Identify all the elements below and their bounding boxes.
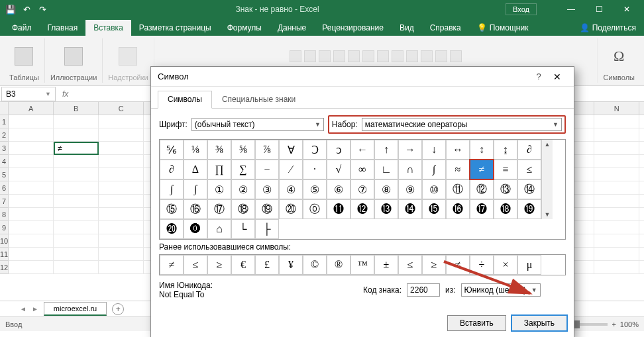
symbol-cell[interactable]: ⑭ bbox=[517, 179, 541, 199]
symbol-cell[interactable]: ⑤ bbox=[303, 179, 327, 199]
symbol-cell[interactable]: ⑬ bbox=[494, 179, 517, 199]
cell[interactable] bbox=[594, 221, 639, 234]
cell[interactable] bbox=[9, 142, 54, 155]
cell[interactable] bbox=[99, 168, 144, 181]
maximize-button[interactable]: ☐ bbox=[586, 1, 612, 18]
symbol-cell[interactable]: ∂ bbox=[160, 160, 184, 179]
cell[interactable] bbox=[99, 115, 144, 128]
cell[interactable] bbox=[594, 195, 639, 208]
cell[interactable] bbox=[594, 208, 639, 221]
symbol-cell[interactable]: ③ bbox=[255, 179, 279, 199]
symbol-cell[interactable]: ↑ bbox=[374, 140, 398, 160]
symbol-cell[interactable]: ∂ bbox=[517, 140, 541, 160]
recent-symbol-cell[interactable]: ™ bbox=[350, 255, 374, 275]
cell[interactable] bbox=[54, 128, 99, 142]
cell[interactable] bbox=[99, 248, 144, 261]
symbol-cell[interactable]: ⅜ bbox=[207, 140, 231, 160]
symbol-cell[interactable]: ⓿ bbox=[184, 219, 207, 239]
zoom-in[interactable]: + bbox=[612, 320, 616, 328]
cell[interactable] bbox=[639, 261, 644, 274]
row-header[interactable]: 12 bbox=[0, 261, 9, 274]
zoom-level[interactable]: 100% bbox=[620, 320, 639, 328]
symbol-cell[interactable]: ④ bbox=[279, 179, 303, 199]
row-header[interactable]: 3 bbox=[0, 142, 9, 155]
symbol-cell[interactable]: ⓫ bbox=[327, 199, 350, 219]
cell[interactable] bbox=[594, 168, 639, 181]
recent-symbol-cell[interactable]: ± bbox=[374, 255, 398, 275]
symbol-cell[interactable]: ⑫ bbox=[470, 179, 494, 199]
recent-symbol-cell[interactable]: μ bbox=[517, 255, 541, 275]
cell[interactable] bbox=[99, 142, 144, 155]
tab-formulas[interactable]: Формулы bbox=[219, 20, 270, 36]
recent-symbol-cell[interactable]: ≠ bbox=[446, 255, 470, 275]
symbol-cell[interactable]: ≤ bbox=[517, 160, 541, 179]
cell[interactable] bbox=[54, 115, 99, 128]
symbol-cell[interactable]: ⅚ bbox=[160, 140, 184, 160]
cell[interactable] bbox=[594, 248, 639, 261]
save-icon[interactable]: 💾 bbox=[4, 3, 17, 16]
row-header[interactable]: 5 bbox=[0, 168, 9, 181]
cell[interactable]: ≠ bbox=[54, 142, 99, 155]
dialog-tab-symbols[interactable]: Символы bbox=[158, 91, 212, 109]
symbol-cell[interactable]: ⓱ bbox=[470, 199, 494, 219]
new-sheet-button[interactable]: + bbox=[112, 303, 124, 315]
symbol-cell[interactable]: ∫ bbox=[422, 160, 446, 179]
tab-review[interactable]: Рецензирование bbox=[314, 20, 392, 36]
recent-symbol-cell[interactable]: ≥ bbox=[422, 255, 446, 275]
row-header[interactable]: 1 bbox=[0, 115, 9, 128]
cell[interactable] bbox=[99, 128, 144, 142]
cell[interactable] bbox=[594, 234, 639, 248]
cell[interactable] bbox=[54, 221, 99, 234]
cell[interactable] bbox=[99, 155, 144, 168]
symbol-cell[interactable]: ∞ bbox=[350, 160, 374, 179]
cell[interactable] bbox=[594, 128, 639, 142]
name-box[interactable]: B3▼ bbox=[1, 87, 56, 101]
cell[interactable] bbox=[54, 195, 99, 208]
tab-insert[interactable]: Вставка bbox=[85, 20, 131, 36]
recent-symbol-cell[interactable]: € bbox=[231, 255, 255, 275]
symbol-cell[interactable]: ⑦ bbox=[350, 179, 374, 199]
cell[interactable] bbox=[594, 115, 639, 128]
cell[interactable] bbox=[594, 155, 639, 168]
row-header[interactable]: 2 bbox=[0, 128, 9, 142]
symbol-cell[interactable]: ∫ bbox=[160, 179, 184, 199]
cell[interactable] bbox=[9, 115, 54, 128]
row-header[interactable]: 7 bbox=[0, 195, 9, 208]
col-header[interactable]: A bbox=[9, 102, 54, 115]
cell[interactable] bbox=[99, 181, 144, 195]
cell[interactable] bbox=[594, 181, 639, 195]
symbol-cell[interactable]: Ɐ bbox=[279, 140, 303, 160]
symbol-cell[interactable]: ⓮ bbox=[398, 199, 422, 219]
tell-me[interactable]: 💡 Помощник bbox=[469, 20, 537, 36]
cell[interactable] bbox=[639, 142, 644, 155]
symbol-cell[interactable]: ← bbox=[350, 140, 374, 160]
row-header[interactable]: 11 bbox=[0, 248, 9, 261]
illustrations-icon[interactable] bbox=[64, 47, 83, 66]
cell[interactable] bbox=[9, 248, 54, 261]
cell[interactable] bbox=[9, 168, 54, 181]
symbol-cell[interactable]: ≡ bbox=[494, 160, 517, 179]
symbol-cell[interactable]: ⓳ bbox=[517, 199, 541, 219]
symbol-cell[interactable]: ∫ bbox=[184, 179, 207, 199]
cell[interactable] bbox=[99, 234, 144, 248]
recent-grid[interactable]: ≠≤≥€£¥©®™±≤≥≠÷×μ bbox=[159, 254, 566, 275]
symbol-cell[interactable]: ⅛ bbox=[184, 140, 207, 160]
cell[interactable] bbox=[639, 168, 644, 181]
cell[interactable] bbox=[54, 155, 99, 168]
tab-view[interactable]: Вид bbox=[392, 20, 422, 36]
symbol-cell[interactable]: ⑨ bbox=[398, 179, 422, 199]
symbol-cell[interactable]: ⓯ bbox=[422, 199, 446, 219]
cell[interactable] bbox=[99, 261, 144, 274]
close-dialog-button[interactable]: Закрыть bbox=[511, 315, 567, 331]
sheet-nav-prev[interactable]: ◄ bbox=[20, 305, 27, 313]
code-input[interactable] bbox=[407, 283, 440, 297]
cell[interactable] bbox=[54, 208, 99, 221]
symbol-cell[interactable]: ⑪ bbox=[446, 179, 470, 199]
sheet-tab[interactable]: microexcel.ru bbox=[44, 302, 107, 316]
row-header[interactable]: 4 bbox=[0, 155, 9, 168]
symbol-cell[interactable]: ⅝ bbox=[231, 140, 255, 160]
dialog-tab-special[interactable]: Специальные знаки bbox=[212, 91, 305, 108]
from-select[interactable]: Юникод (шестн.)▼ bbox=[461, 283, 541, 297]
fx-button[interactable]: fx bbox=[57, 89, 74, 99]
minimize-button[interactable]: — bbox=[558, 1, 584, 18]
